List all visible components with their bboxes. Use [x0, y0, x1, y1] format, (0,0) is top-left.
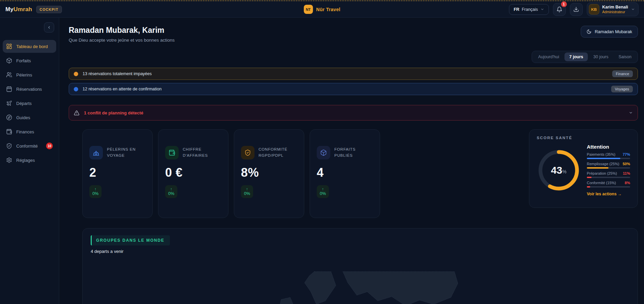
- gear-icon: [6, 157, 12, 163]
- org-avatar: NT: [304, 5, 313, 14]
- alert-text: 1 conflit de planning détecté: [84, 110, 143, 115]
- world-groups-subtitle: 4 departs a venir: [91, 249, 629, 254]
- metric-value: 11%: [623, 171, 630, 175]
- wallet-icon: [169, 149, 175, 156]
- sidebar-item-pelerins[interactable]: Pèlerins: [3, 68, 56, 81]
- see-actions-link[interactable]: Voir les actions →: [587, 192, 630, 196]
- alert-unpaid-reservations[interactable]: 13 réservations totalement impayées Fina…: [69, 68, 638, 80]
- language-code: FR: [514, 7, 519, 12]
- kpi-card-chiffre-affaires: CHIFFRE D'AFFAIRES 0 € ↑0%: [158, 129, 228, 218]
- compass-icon: [6, 114, 12, 121]
- arrow-up-icon: ↑: [322, 187, 324, 191]
- metric-label: Préparation (25%): [587, 171, 617, 175]
- alert-pending-reservations[interactable]: 12 réservations en attente de confirmati…: [69, 83, 638, 95]
- download-icon: [573, 6, 579, 12]
- brand: MyUmrah COCKPIT: [5, 6, 62, 13]
- kpi-card-pelerins: PÈLERINS EN VOYAGE 2 ↑0%: [82, 129, 153, 218]
- mosque-icon: [93, 149, 99, 156]
- sidebar-item-departs[interactable]: Départs: [3, 97, 56, 110]
- sidebar-collapse-button[interactable]: [44, 22, 54, 32]
- kpi-label: CHIFFRE D'AFFAIRES: [183, 147, 221, 159]
- package-icon: [6, 58, 12, 64]
- sidebar-item-label: Forfaits: [16, 58, 31, 63]
- kpi-delta-badge: ↑0%: [317, 185, 329, 198]
- alert-tag-voyages: Voyages: [611, 86, 633, 92]
- sidebar-item-reglages[interactable]: Réglages: [3, 154, 56, 167]
- ramadan-mubarak-button[interactable]: Ramadan Mubarak: [581, 26, 638, 38]
- health-gauge: 43 %: [537, 148, 581, 192]
- sidebar-item-tableau-de-bord[interactable]: Tableau de bord: [3, 40, 56, 53]
- metric-value: 50%: [623, 162, 630, 166]
- filter-saison[interactable]: Saison: [614, 52, 636, 61]
- health-score-value: 43: [551, 165, 562, 176]
- chevron-down-icon: [631, 7, 635, 11]
- world-groups-title: GROUPES DANS LE MONDE: [91, 235, 170, 245]
- metric-bar: [587, 158, 630, 159]
- alert-planning-conflict[interactable]: 1 conflit de planning détecté: [69, 105, 638, 121]
- user-menu[interactable]: KB Karim Benali Administrateur: [587, 2, 639, 16]
- metric-label: Remplissage (25%): [587, 162, 619, 166]
- sidebar-item-finances[interactable]: Finances: [3, 125, 56, 138]
- sidebar-item-forfaits[interactable]: Forfaits: [3, 54, 56, 67]
- bell-icon: [556, 6, 562, 13]
- language-selector[interactable]: FR Français: [509, 4, 549, 15]
- kpi-label: FORFAITS PUBLIÉS: [334, 147, 373, 159]
- alert-text: 13 réservations totalement impayées: [83, 71, 152, 76]
- sidebar-item-label: Pèlerins: [16, 72, 32, 78]
- page-subtitle: Que Dieu accepte votre jeûne et vos bonn…: [69, 38, 175, 43]
- user-role: Administrateur: [602, 10, 628, 14]
- health-metric-conformite: Conformité (15%)8%: [587, 181, 630, 188]
- sidebar-item-reservations[interactable]: Réservations: [3, 83, 56, 95]
- chevron-down-icon: [540, 7, 544, 11]
- kpi-delta-value: 0%: [320, 191, 326, 196]
- user-name: Karim Benali: [602, 5, 628, 10]
- brand-prefix: My: [5, 6, 14, 13]
- kpi-label: PÈLERINS EN VOYAGE: [107, 147, 146, 159]
- notifications-button[interactable]: 1: [553, 3, 566, 16]
- arrow-up-icon: ↑: [170, 187, 172, 191]
- health-metric-remplissage: Remplissage (25%)50%: [587, 162, 630, 169]
- shield-check-icon: [244, 149, 251, 156]
- kpi-delta-value: 0%: [92, 191, 98, 196]
- cockpit-badge: COCKPIT: [36, 6, 62, 13]
- conformite-count-badge: 10: [46, 143, 53, 149]
- kpi-label: CONFORMITÉ RGPD/PDPL: [259, 147, 297, 159]
- org-name: Nūr Travel: [316, 7, 340, 12]
- kpi-delta-value: 0%: [244, 191, 250, 196]
- brand-suffix: Umrah: [14, 6, 32, 13]
- filter-30-jours[interactable]: 30 jours: [589, 52, 613, 61]
- health-metric-preparation: Préparation (25%)11%: [587, 171, 630, 178]
- calendar-icon: [6, 86, 12, 92]
- sidebar-item-label: Guides: [16, 115, 30, 120]
- arrow-up-icon: ↑: [246, 187, 248, 191]
- kpi-delta-badge: ↑0%: [165, 185, 177, 198]
- metric-value: 77%: [623, 152, 630, 156]
- sidebar-item-label: Tableau de bord: [16, 44, 48, 49]
- wallet-icon: [6, 129, 12, 135]
- kpi-delta-value: 0%: [168, 191, 174, 196]
- notification-count-badge: 1: [561, 1, 567, 7]
- org-switcher[interactable]: NT Nūr Travel: [304, 5, 340, 14]
- health-score-unit: %: [562, 169, 566, 174]
- metric-label: Paiements (35%): [587, 152, 615, 156]
- sidebar-item-label: Réservations: [16, 87, 42, 92]
- users-icon: [6, 72, 12, 78]
- sidebar-item-conformite[interactable]: Conformité 10: [3, 139, 56, 152]
- kpi-value: 0 €: [165, 166, 221, 180]
- user-avatar: KB: [589, 4, 599, 15]
- health-score-card: SCORE SANTÉ 43 % Attention: [529, 129, 638, 208]
- main-content: Ramadan Mubarak, Karim Que Dieu accepte …: [59, 18, 644, 304]
- sidebar-item-label: Départs: [16, 101, 32, 106]
- arrow-up-icon: ↑: [94, 187, 96, 191]
- filter-aujourdhui[interactable]: Aujourd'hui: [533, 52, 564, 61]
- filter-7-jours[interactable]: 7 jours: [564, 52, 588, 61]
- warning-dot-icon: [74, 72, 78, 76]
- page-title: Ramadan Mubarak, Karim: [69, 26, 175, 35]
- export-button[interactable]: [570, 3, 583, 16]
- world-map: [204, 258, 529, 304]
- ramadan-button-label: Ramadan Mubarak: [595, 29, 632, 34]
- warning-triangle-icon: [74, 110, 80, 116]
- sidebar-item-guides[interactable]: Guides: [3, 111, 56, 124]
- chevron-down-icon[interactable]: [629, 111, 633, 115]
- topbar: MyUmrah COCKPIT NT Nūr Travel FR Françai…: [0, 1, 644, 18]
